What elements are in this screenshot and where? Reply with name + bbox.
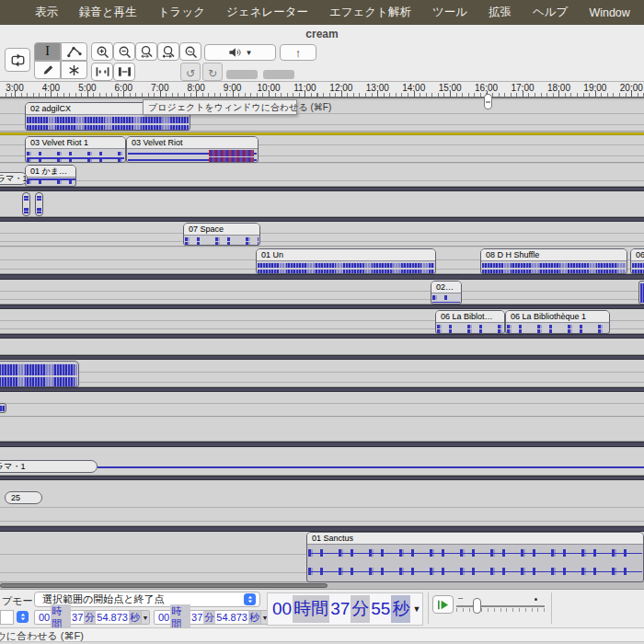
silence-audio-button[interactable] [113,63,135,81]
audio-clip-03-Velvet-Riot-1[interactable]: 03 Velvet Riot 1 [25,136,126,163]
track-divider[interactable] [0,274,644,280]
track-row-2[interactable] [0,164,644,187]
track-row-11[interactable] [0,417,644,442]
menu-item-1[interactable]: 録音と再生 [79,5,137,20]
clip-title[interactable]: 01 Un [257,249,435,261]
track-divider[interactable] [0,442,644,447]
clip-title[interactable]: 07 Space [184,224,259,236]
selection-end-field[interactable]: 00時間37分54.873秒▼ [154,610,270,625]
clip-title[interactable]: 08 D H Shuffle [481,249,627,261]
audio-clip-16[interactable] [0,403,6,413]
audio-clip-15[interactable] [0,361,79,387]
zoom-in-button[interactable] [91,42,113,61]
time-part[interactable]: 時間 [51,604,71,630]
dropdown-arrow-icon[interactable]: ▼ [141,611,149,624]
clip-title[interactable]: 06 [631,249,644,261]
time-part[interactable]: 秒 [248,611,260,624]
clip-title[interactable]: 01 かま… [26,166,75,178]
track-divider[interactable] [0,334,644,339]
envelope-tool-button[interactable] [61,42,87,61]
selection-start-field[interactable]: 00時間37分54.873秒▼ [34,610,150,625]
track-divider[interactable] [0,476,644,480]
track-row-6[interactable] [0,280,644,305]
audio-setup-button[interactable]: ▼ [204,44,276,61]
menu-item-right-3[interactable]: ヘルプ [533,5,568,20]
track-divider[interactable] [0,387,644,392]
clip-title[interactable]: 03 Velvet Riot [127,137,258,149]
stepper-icon[interactable] [17,611,29,623]
menu-item-right-2[interactable]: 拡張 [489,5,512,20]
trim-audio-button[interactable] [91,63,113,81]
speed-slider-handle[interactable] [473,598,481,614]
time-part[interactable]: 54.873 [96,611,129,624]
clip-title[interactable]: 03 Velvet Riot 1 [26,137,125,149]
time-part[interactable]: 分 [203,611,215,624]
audio-clip-01-Un[interactable]: 01 Un [256,248,436,274]
clip-title[interactable]: 06 La Bibliothèque 1 [506,311,609,323]
fit-project-button[interactable] [157,42,179,61]
audio-clip-12[interactable] [638,281,644,305]
horizontal-scrollbar-thumb[interactable] [0,583,328,588]
audio-clip-02…[interactable]: 02… [431,281,462,305]
draw-tool-button[interactable] [34,61,61,79]
audio-clip-06-La-Biblot…[interactable]: 06 La Biblot… [435,310,505,334]
clip-title[interactable]: 01 Sanctus [307,533,643,545]
clip-title[interactable]: 02… [431,282,461,293]
fit-selection-button[interactable] [135,42,157,61]
time-part[interactable]: 00 [271,595,293,623]
audio-clip-ラマ・1[interactable]: ラマ・1 [0,172,28,185]
audio-clip-ラマ・1[interactable]: ラマ・1 [0,460,98,473]
track-row-13[interactable] [0,480,644,526]
track-divider[interactable] [0,217,644,222]
timeline-ruler[interactable]: 3:004:005:006:007:008:009:0010:0011:0012… [0,82,644,98]
playback-speed-slider[interactable] [456,605,545,607]
audio-clip-5[interactable] [22,192,30,216]
menu-item-right-1[interactable]: ツール [432,5,467,20]
track-row-9[interactable] [0,360,644,387]
track-divider[interactable] [0,355,644,360]
share-audio-button[interactable]: ↑ [280,44,316,61]
track-row-4[interactable] [0,222,644,247]
track-row-10[interactable] [0,392,644,417]
menu-item-0[interactable]: 表示 [35,5,58,20]
recording-volume-slider[interactable] [484,94,492,109]
time-part[interactable]: 37 [190,611,203,624]
redo-button[interactable]: ↻ [202,63,223,81]
time-part[interactable]: 分 [351,595,370,623]
track-divider[interactable] [0,187,644,191]
selection-tool-button[interactable]: I [34,42,61,61]
menu-item-right-4[interactable]: Window [589,6,629,19]
time-part[interactable]: 37 [329,595,351,623]
time-part[interactable]: 秒 [391,595,410,623]
audio-position-field-fragment[interactable] [0,610,14,625]
audio-clip-06[interactable]: 06 [630,248,644,274]
track-divider[interactable] [0,305,644,309]
clip-title[interactable]: 06 La Biblot… [436,311,504,323]
time-part[interactable]: 秒 [129,611,141,624]
dropdown-arrow-icon[interactable]: ▼ [412,604,420,614]
track-row-3[interactable] [0,191,644,217]
menu-item-3[interactable]: ジェネレーター [226,5,308,20]
time-part[interactable]: 時間 [170,604,190,630]
audio-clip-25[interactable]: 25 [5,491,42,504]
menu-item-2[interactable]: トラック [158,5,205,20]
audio-position-display[interactable]: 00時間37分55秒▼ [267,592,423,626]
time-part[interactable]: 時間 [293,595,329,623]
zoom-toggle-button[interactable] [179,42,201,61]
zoom-out-button[interactable] [113,42,135,61]
undo-button[interactable]: ↺ [180,63,201,81]
time-part[interactable]: 37 [71,611,84,624]
audio-clip-6[interactable] [35,192,43,216]
multi-tool-button[interactable] [61,61,87,79]
track-row-12[interactable] [0,447,644,476]
audio-clip-03-Velvet-Riot[interactable]: 03 Velvet Riot [126,136,259,163]
time-part[interactable]: 00 [157,611,170,624]
audio-clip-07-Space[interactable]: 07 Space [183,223,260,246]
play-at-speed-button[interactable] [432,595,454,614]
time-part[interactable]: 54.873 [215,611,248,624]
menu-item-right-0[interactable]: 解析 [388,5,411,20]
audio-clip-01-かま…[interactable]: 01 かま… [25,165,76,187]
time-part[interactable]: 00 [38,611,51,624]
audio-clip-08-D-H-Shuffle[interactable]: 08 D H Shuffle [480,248,627,274]
horizontal-scrollbar[interactable] [0,582,644,589]
